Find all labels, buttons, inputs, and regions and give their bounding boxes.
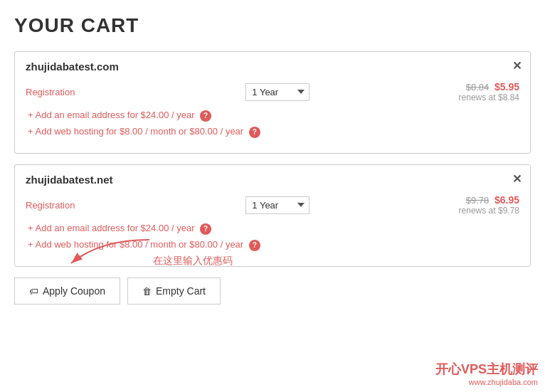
add-email-text-com: + Add an email address for $24.00 / year	[28, 110, 195, 120]
add-email-text-net: + Add an email address for $24.00 / year	[28, 223, 195, 233]
close-button-net[interactable]: ✕	[512, 172, 522, 186]
watermark: 开心VPS主机测评 www.zhujidaba.com	[435, 362, 538, 386]
tag-icon: 🏷	[29, 286, 38, 297]
domain-name-net: zhujidabatest.net	[26, 174, 519, 186]
add-hosting-link-com[interactable]: + Add web hosting for $8.00 / month or $…	[26, 126, 519, 138]
watermark-line2: www.zhujidaba.com	[435, 378, 538, 386]
page-title: YOUR CART	[14, 14, 531, 37]
watermark-line1: 开心VPS主机测评	[435, 362, 538, 378]
registration-row-com: Registration 1 Year 2 Years 3 Years $8.8…	[26, 81, 519, 102]
price-wrap-com: $8.84 $5.95 renews at $8.84	[459, 81, 519, 102]
domain-name-com: zhujidabatest.com	[26, 60, 519, 73]
year-select-wrap-com: 1 Year 2 Years 3 Years	[245, 83, 309, 101]
close-button-com[interactable]: ✕	[512, 59, 522, 73]
help-icon-hosting-com[interactable]: ?	[249, 127, 260, 138]
price-wrap-net: $9.78 $6.95 renews at $9.78	[459, 194, 519, 216]
empty-cart-label: Empty Cart	[156, 285, 206, 297]
registration-row-net: Registration 1 Year 2 Years 3 Years $9.7…	[26, 194, 519, 216]
add-email-link-com[interactable]: + Add an email address for $24.00 / year…	[26, 110, 519, 122]
help-icon-hosting-net[interactable]: ?	[249, 240, 260, 251]
reg-label-net: Registration	[26, 200, 97, 211]
price-current-net: $6.95	[494, 194, 519, 206]
apply-coupon-label: Apply Coupon	[43, 285, 105, 297]
bottom-section: 在这里输入优惠码 🏷 Apply Coupon 🗑 Empty Cart	[14, 277, 531, 304]
empty-cart-button[interactable]: 🗑 Empty Cart	[127, 277, 221, 304]
add-hosting-link-net[interactable]: + Add web hosting for $8.00 / month or $…	[26, 239, 519, 251]
price-current-com: $5.95	[494, 81, 519, 92]
reg-label-com: Registration	[26, 87, 97, 97]
page-wrapper: YOUR CART zhujidabatest.com ✕ Registrati…	[0, 0, 545, 392]
add-email-link-net[interactable]: + Add an email address for $24.00 / year…	[26, 223, 519, 235]
price-original-net: $9.78	[466, 195, 490, 206]
price-original-com: $8.84	[466, 82, 490, 92]
apply-coupon-button[interactable]: 🏷 Apply Coupon	[14, 277, 120, 304]
add-hosting-text-com: + Add web hosting for $8.00 / month or $…	[28, 126, 243, 137]
year-select-wrap-net: 1 Year 2 Years 3 Years	[245, 196, 309, 214]
add-hosting-text-net: + Add web hosting for $8.00 / month or $…	[28, 239, 243, 250]
help-icon-email-net[interactable]: ?	[200, 223, 211, 235]
help-icon-email-com[interactable]: ?	[200, 110, 211, 122]
bottom-bar: 🏷 Apply Coupon 🗑 Empty Cart	[14, 277, 531, 304]
price-renew-net: renews at $9.78	[459, 206, 519, 216]
cart-item-com: zhujidabatest.com ✕ Registration 1 Year …	[14, 51, 531, 154]
price-renew-com: renews at $8.84	[459, 92, 519, 102]
year-select-com[interactable]: 1 Year 2 Years 3 Years	[245, 83, 309, 101]
year-select-net[interactable]: 1 Year 2 Years 3 Years	[245, 196, 309, 214]
trash-icon: 🗑	[142, 286, 152, 297]
cart-item-net: zhujidabatest.net ✕ Registration 1 Year …	[14, 164, 531, 267]
